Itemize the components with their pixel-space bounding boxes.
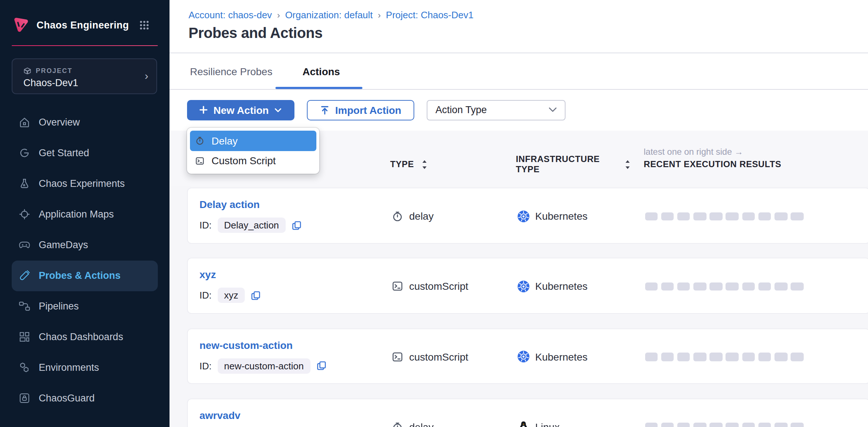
execution-result-placeholder <box>661 282 674 291</box>
table-row[interactable]: Delay action ID: Delay_action delay <box>187 188 868 243</box>
table-row[interactable]: xyz ID: xyz customScript <box>187 258 868 313</box>
action-name-link[interactable]: Delay action <box>199 199 260 210</box>
copy-icon[interactable] <box>251 290 261 300</box>
type-cell: delay <box>392 188 434 244</box>
sidebar-item-get-started[interactable]: Get Started <box>12 138 158 168</box>
import-icon <box>320 105 330 115</box>
sidebar-item-chaosguard[interactable]: ChaosGuard <box>12 383 158 413</box>
stopwatch-icon <box>392 211 403 222</box>
sidebar-item-label: Probes & Actions <box>39 270 121 281</box>
sidebar-item-label: Environments <box>39 362 99 373</box>
execution-result-placeholder <box>677 353 690 361</box>
tabs-divider <box>170 89 868 89</box>
column-header-recent-execution-results: RECENT EXECUTION RESULTS <box>644 159 781 169</box>
execution-result-placeholder <box>710 423 723 427</box>
sidebar-item-label: Get Started <box>39 147 89 158</box>
sidebar-item-label: Chaos Dashboards <box>39 331 123 342</box>
sidebar-item-gamedays[interactable]: GameDays <box>12 230 158 260</box>
table-row[interactable]: awrvadv delay Linux <box>187 398 868 427</box>
kubernetes-icon <box>517 210 529 223</box>
script-icon <box>392 351 403 363</box>
sidebar-item-environments[interactable]: Environments <box>12 352 158 383</box>
copy-icon[interactable] <box>292 220 302 230</box>
action-type-select[interactable]: Action Type <box>427 100 566 120</box>
id-label: ID: <box>199 360 212 371</box>
sort-icon[interactable] <box>422 160 427 169</box>
execution-result-placeholder <box>710 282 723 291</box>
kubernetes-icon <box>517 351 529 363</box>
sidebar: Chaos Engineering PROJECT Chaos-Dev1 › <box>0 0 170 427</box>
column-header-type[interactable]: TYPE <box>390 159 414 169</box>
id-label: ID: <box>199 220 212 231</box>
execution-result-placeholder <box>645 282 658 291</box>
project-label: PROJECT <box>36 67 72 74</box>
menu-item-delay[interactable]: Delay <box>190 131 316 151</box>
action-type-value: Action Type <box>435 104 487 115</box>
sidebar-item-chaos-dashboards[interactable]: Chaos Dashboards <box>12 322 158 352</box>
execution-result-placeholder <box>774 353 787 361</box>
gamepad-icon <box>18 239 31 251</box>
copy-icon[interactable] <box>316 361 326 371</box>
table-row[interactable]: new-custom-action ID: new-custom-action … <box>187 328 868 384</box>
new-action-button[interactable]: New Action <box>187 100 294 120</box>
sidebar-item-probes-actions[interactable]: Probes & Actions <box>12 260 158 291</box>
breadcrumb-organization[interactable]: Organization: default <box>285 9 373 20</box>
sidebar-item-label: GameDays <box>39 239 88 250</box>
execution-result-placeholder <box>645 423 658 427</box>
sidebar-item-pipelines[interactable]: Pipelines <box>12 291 158 322</box>
recent-execution-results <box>645 258 804 314</box>
execution-result-placeholder <box>774 282 787 291</box>
execution-result-placeholder <box>774 423 787 427</box>
type-value: delay <box>409 211 434 222</box>
dashboards-icon <box>18 331 31 343</box>
chevron-right-icon: › <box>145 69 148 81</box>
execution-result-placeholder <box>645 212 658 220</box>
sidebar-item-chaos-experiments[interactable]: Chaos Experiments <box>12 168 158 199</box>
type-value: customScript <box>409 351 468 363</box>
execution-result-placeholder <box>693 353 706 361</box>
breadcrumb-project[interactable]: Project: Chaos-Dev1 <box>386 9 473 20</box>
breadcrumb-account[interactable]: Account: chaos-dev <box>189 9 272 20</box>
type-cell: customScript <box>392 329 468 385</box>
action-name-link[interactable]: awrvadv <box>199 409 240 421</box>
new-action-dropdown-menu: Delay Custom Script <box>187 128 319 174</box>
table-body: Delay action ID: Delay_action delay <box>170 186 868 427</box>
action-name-link[interactable]: xyz <box>199 269 216 280</box>
app-title: Chaos Engineering <box>37 19 129 30</box>
type-cell: customScript <box>392 258 468 314</box>
project-selector[interactable]: PROJECT Chaos-Dev1 › <box>12 58 157 94</box>
recent-execution-results <box>645 329 804 385</box>
execution-result-placeholder <box>661 353 674 361</box>
sidebar-item-application-maps[interactable]: Application Maps <box>12 199 158 230</box>
execution-result-placeholder <box>726 353 739 361</box>
action-name-link[interactable]: new-custom-action <box>199 339 293 351</box>
infrastructure-cell: Kubernetes <box>517 329 587 385</box>
id-label: ID: <box>199 290 212 301</box>
column-header-infrastructure-type[interactable]: INFRASTRUCTURE TYPE <box>516 154 598 174</box>
execution-result-placeholder <box>791 212 803 220</box>
recent-execution-results <box>645 399 804 427</box>
execution-result-placeholder <box>791 282 803 291</box>
stopwatch-icon <box>392 421 403 427</box>
action-id-row: ID: xyz <box>199 288 261 303</box>
execution-result-placeholder <box>742 423 755 427</box>
execution-result-placeholder <box>742 212 755 220</box>
get-started-icon <box>18 147 31 159</box>
module-switcher-icon[interactable] <box>140 20 149 30</box>
execution-result-placeholder <box>726 212 739 220</box>
import-action-button[interactable]: Import Action <box>307 100 414 120</box>
plus-icon <box>199 106 208 114</box>
sidebar-item-overview[interactable]: Overview <box>12 107 158 138</box>
execution-result-placeholder <box>677 423 690 427</box>
execution-result-placeholder <box>758 212 771 220</box>
app-logo[interactable]: Chaos Engineering <box>11 15 129 34</box>
kubernetes-icon <box>517 280 529 293</box>
tab-resilience-probes[interactable]: Resilience Probes <box>190 66 273 77</box>
sidebar-item-label: ChaosGuard <box>39 393 95 404</box>
infrastructure-value: Kubernetes <box>535 211 587 222</box>
menu-item-custom-script[interactable]: Custom Script <box>190 151 316 171</box>
tab-actions[interactable]: Actions <box>302 66 340 77</box>
sort-icon[interactable] <box>625 160 631 169</box>
execution-result-placeholder <box>693 212 706 220</box>
chaos-engineering-app: Chaos Engineering PROJECT Chaos-Dev1 › <box>0 0 868 427</box>
